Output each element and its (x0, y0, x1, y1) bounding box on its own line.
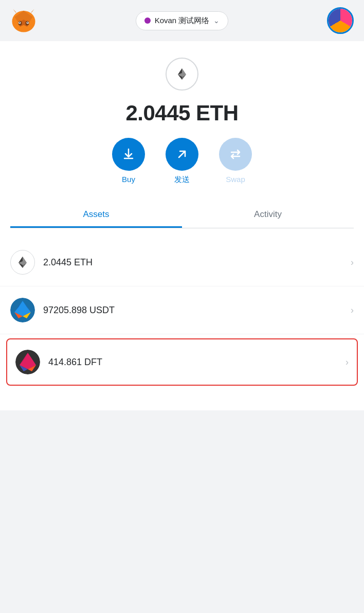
eth-token-icon (10, 250, 35, 275)
svg-marker-14 (31, 9, 34, 13)
swap-icon-circle (219, 138, 252, 171)
ethereum-icon (175, 67, 189, 81)
buy-button[interactable]: Buy (112, 138, 145, 184)
avatar[interactable] (327, 7, 354, 34)
usdt-icon-svg (10, 298, 35, 322)
network-status-dot (144, 17, 151, 24)
dft-token-icon (15, 350, 40, 374)
eth-logo (166, 58, 198, 91)
main-content: 2.0445 ETH Buy 发送 (0, 41, 364, 410)
ethereum-asset-icon (15, 255, 30, 269)
download-icon (121, 147, 136, 161)
send-button[interactable]: 发送 (166, 138, 198, 185)
network-label: Kovan 测试网络 (155, 16, 210, 26)
send-icon-circle (166, 138, 198, 171)
chevron-right-icon: › (351, 305, 354, 316)
avatar-image (329, 9, 352, 32)
usdt-balance: 97205.898 USDT (43, 305, 351, 316)
header: Kovan 测试网络 ⌄ (0, 0, 364, 41)
buy-label: Buy (122, 175, 135, 184)
tabs: Assets Activity (10, 201, 354, 228)
swap-icon (228, 147, 243, 161)
swap-label: Swap (226, 175, 245, 184)
svg-point-10 (27, 22, 28, 23)
list-item[interactable]: 97205.898 USDT › (0, 286, 364, 334)
dft-icon-svg (15, 350, 40, 374)
chevron-right-icon: › (345, 357, 349, 368)
chevron-down-icon: ⌄ (213, 16, 220, 25)
balance-display: 2.0445 ETH (125, 101, 238, 125)
buy-icon-circle (112, 138, 145, 171)
asset-list: 2.0445 ETH › 97205.898 USDT › (0, 239, 364, 386)
tab-activity[interactable]: Activity (182, 201, 354, 228)
action-buttons: Buy 发送 Swap (112, 138, 252, 185)
chevron-right-icon: › (351, 257, 354, 268)
tab-assets[interactable]: Assets (10, 201, 182, 228)
svg-point-9 (19, 22, 20, 23)
list-item[interactable]: 2.0445 ETH › (0, 239, 364, 286)
wallet-section: 2.0445 ETH Buy 发送 (0, 41, 364, 239)
send-arrow-icon (175, 147, 189, 161)
network-selector[interactable]: Kovan 测试网络 ⌄ (136, 11, 229, 30)
eth-balance: 2.0445 ETH (43, 257, 351, 268)
dft-balance: 414.861 DFT (48, 357, 345, 368)
swap-button[interactable]: Swap (219, 138, 252, 184)
list-item[interactable]: 414.861 DFT › (6, 338, 358, 386)
send-label: 发送 (174, 175, 190, 185)
usdt-token-icon (10, 298, 35, 322)
metamask-logo (10, 7, 37, 34)
svg-marker-13 (13, 9, 16, 13)
